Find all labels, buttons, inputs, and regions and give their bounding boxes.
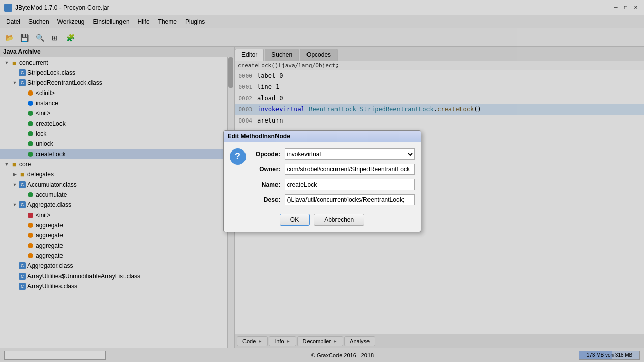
opcode-label: Opcode: bbox=[250, 150, 281, 158]
dialog-titlebar: Edit MethodInsnNode bbox=[224, 131, 421, 142]
desc-value bbox=[285, 194, 415, 205]
name-row: Name: bbox=[250, 179, 415, 190]
desc-label: Desc: bbox=[250, 196, 281, 203]
dialog-buttons: OK Abbrechen bbox=[224, 212, 421, 232]
cancel-button[interactable]: Abbrechen bbox=[314, 214, 364, 226]
owner-label: Owner: bbox=[250, 166, 281, 173]
dialog-title: Edit MethodInsnNode bbox=[228, 133, 290, 140]
dialog-body: ? Opcode: invokevirtual Owner: bbox=[224, 142, 421, 212]
dialog-info-icon: ? bbox=[230, 148, 246, 165]
desc-input[interactable] bbox=[285, 194, 415, 205]
name-input[interactable] bbox=[285, 179, 415, 190]
name-label: Name: bbox=[250, 181, 281, 188]
opcode-row: Opcode: invokevirtual bbox=[250, 148, 415, 160]
owner-row: Owner: bbox=[250, 164, 415, 175]
opcode-select[interactable]: invokevirtual bbox=[285, 148, 415, 160]
dialog: Edit MethodInsnNode ? Opcode: invokevirt… bbox=[223, 130, 421, 232]
desc-row: Desc: bbox=[250, 194, 415, 205]
opcode-value: invokevirtual bbox=[285, 148, 415, 160]
dialog-overlay: Edit MethodInsnNode ? Opcode: invokevirt… bbox=[0, 0, 644, 362]
owner-input[interactable] bbox=[285, 164, 415, 175]
owner-value bbox=[285, 164, 415, 175]
ok-button[interactable]: OK bbox=[280, 214, 310, 226]
name-value bbox=[285, 179, 415, 190]
